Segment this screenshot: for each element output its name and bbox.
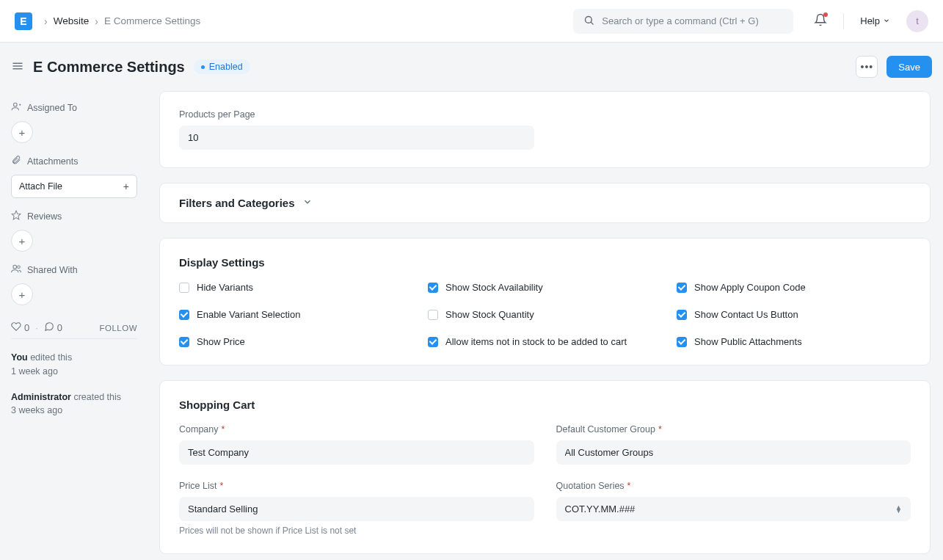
svg-line-1 [591,22,594,24]
add-assignee-button[interactable]: + [11,121,33,143]
save-button[interactable]: Save [886,56,932,78]
activity-entry: Administrator created this 3 weeks ago [11,390,137,418]
attachments-label: Attachments [11,155,137,167]
quotation-series-label: Quotation Series* [556,481,911,491]
checkbox-icon [677,310,687,320]
required-asterisk: * [627,481,631,491]
likes-counter[interactable]: 0 [11,321,29,334]
display-settings-card: Display Settings Hide VariantsShow Stock… [159,238,931,366]
separator: · [35,323,37,333]
customer-group-label: Default Customer Group* [556,424,911,434]
menu-icon[interactable] [11,59,24,75]
chevron-down-icon [883,15,890,26]
products-per-page-card: Products per Page [159,91,931,168]
checkbox-icon [428,310,438,320]
svg-point-9 [13,265,17,269]
paperclip-icon [11,155,21,167]
add-review-button[interactable]: + [11,230,33,252]
checkbox-label: Show Contact Us Button [694,309,798,320]
required-asterisk: * [658,424,662,434]
price-list-input[interactable] [179,497,534,521]
company-label: Company* [179,424,534,434]
search-icon [583,15,594,28]
assigned-to-label: Assigned To [11,101,137,114]
checkbox-label: Show Stock Quantity [445,309,534,320]
help-label: Help [860,15,880,26]
checkbox-label: Allow items not in stock to be added to … [445,336,627,347]
page-title: E Commerce Settings [33,59,185,76]
chevron-right-icon: › [95,15,98,27]
chevron-down-icon [302,197,313,209]
help-menu[interactable]: Help [860,15,890,26]
checkbox-allow-items-not-in-stock-to-be-added-to-cart[interactable]: Allow items not in stock to be added to … [428,336,662,347]
checkbox-show-stock-availability[interactable]: Show Stock Availability [428,282,662,293]
products-per-page-input[interactable] [179,126,534,150]
filters-categories-card: Filters and Categories [159,183,931,223]
shopping-cart-card: Shopping Cart Company* Default Customer … [159,380,931,554]
checkbox-show-contact-us-button[interactable]: Show Contact Us Button [677,309,911,320]
plus-icon: + [19,288,26,301]
comments-counter[interactable]: 0 [44,321,62,334]
required-asterisk: * [219,481,223,491]
quotation-series-select[interactable] [556,497,911,521]
checkbox-icon [179,310,189,320]
company-input[interactable] [179,440,534,465]
app-logo[interactable]: E [15,12,32,30]
status-text: Enabled [209,62,243,72]
divider [843,13,844,29]
checkbox-icon [677,337,687,347]
add-share-button[interactable]: + [11,283,33,305]
price-list-help: Prices will not be shown if Price List i… [179,526,534,536]
avatar[interactable]: t [906,10,928,32]
svg-marker-8 [12,211,21,219]
shopping-cart-title: Shopping Cart [179,399,911,411]
likes-count: 0 [24,322,29,333]
plus-icon: + [19,126,26,139]
checkbox-show-price[interactable]: Show Price [179,336,413,347]
chevron-right-icon: › [44,15,48,27]
filters-categories-toggle[interactable]: Filters and Categories [179,197,911,209]
price-list-label: Price List* [179,481,534,491]
star-icon [11,210,21,222]
checkbox-enable-variant-selection[interactable]: Enable Variant Selection [179,309,413,320]
checkbox-icon [428,337,438,347]
search-placeholder: Search or type a command (Ctrl + G) [602,15,759,26]
attach-file-label: Attach File [19,181,62,192]
more-button[interactable]: ••• [856,56,878,78]
display-settings-title: Display Settings [179,256,911,269]
checkbox-hide-variants[interactable]: Hide Variants [179,282,413,293]
checkbox-label: Enable Variant Selection [197,309,300,320]
checkbox-show-stock-quantity[interactable]: Show Stock Quantity [428,309,662,320]
reviews-label: Reviews [11,210,137,222]
select-caret-icon: ▲▼ [895,506,902,513]
follow-button[interactable]: FOLLOW [99,324,137,332]
breadcrumb-link-website[interactable]: Website [54,15,90,26]
checkbox-label: Hide Variants [197,282,253,293]
notifications-icon[interactable] [814,13,827,29]
filters-categories-title: Filters and Categories [179,197,295,209]
status-dot-icon [201,65,205,69]
checkbox-icon [428,283,438,293]
user-icon [11,101,21,114]
checkbox-icon [677,283,687,293]
ellipsis-icon: ••• [861,61,874,73]
required-asterisk: * [222,424,225,434]
products-per-page-label: Products per Page [179,109,911,120]
attach-file-button[interactable]: Attach File + [11,175,137,198]
checkbox-show-public-attachments[interactable]: Show Public Attachments [677,336,911,347]
checkbox-show-apply-coupon-code[interactable]: Show Apply Coupon Code [677,282,911,293]
shared-with-label: Shared With [11,263,137,276]
checkbox-label: Show Price [197,336,245,347]
users-icon [11,263,21,276]
comments-count: 0 [57,322,62,333]
svg-point-10 [18,266,21,269]
heart-icon [11,321,21,334]
customer-group-input[interactable] [556,440,911,465]
search-input[interactable]: Search or type a command (Ctrl + G) [573,9,793,34]
activity-entry: You edited this 1 week ago [11,351,137,379]
status-badge: Enabled [194,59,250,74]
comment-icon [44,321,54,334]
plus-icon: + [19,235,26,247]
notification-dot [823,12,828,17]
checkbox-label: Show Apply Coupon Code [694,282,806,293]
